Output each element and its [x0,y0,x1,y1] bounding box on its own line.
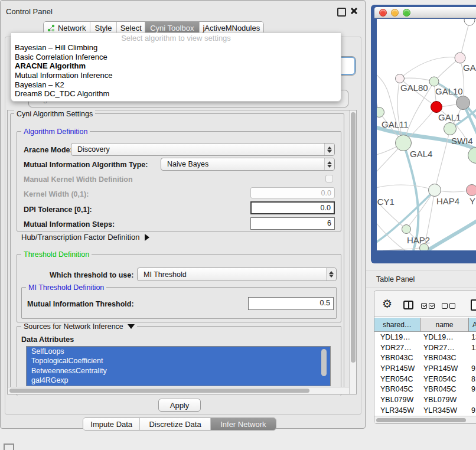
network-edge[interactable] [377,190,406,229]
desktop: Control Panel Network Style Select Cyni … [0,0,476,450]
network-edge[interactable] [460,21,470,58]
minimize-traffic-light-icon[interactable] [391,9,399,17]
network-node[interactable] [444,123,457,135]
dropdown-hint: Select algorithm to view settings [11,33,341,43]
new-table-icon[interactable] [471,299,476,311]
tab-infer-network[interactable]: Infer Network [211,418,276,430]
tab-style[interactable]: Style [90,22,118,34]
select-all-icon[interactable] [421,303,436,309]
network-window-titlebar[interactable] [374,7,476,18]
scrollbar-thumb[interactable] [351,112,356,363]
network-edge[interactable] [400,78,434,81]
network-node[interactable] [377,107,384,118]
dropdown-item[interactable]: Dream8 DC_TDC Algorithm [11,89,341,99]
which-threshold-combobox[interactable]: MI Threshold [137,268,337,281]
table-row[interactable]: YBR045CYBR045C9. [374,384,476,394]
manual-kernel-checkbox[interactable] [325,175,333,182]
node-label: SWI4 [451,136,473,146]
list-item[interactable]: SelfLoops [27,347,330,356]
network-canvas[interactable]: GAL7GAL80GAL10GAL1GAL11SWI4GAL4HAP4YGCY1… [377,19,476,250]
network-node[interactable] [457,96,470,110]
apply-button[interactable]: Apply [158,399,201,412]
dpi-tolerance-field[interactable]: 0.0 [250,201,335,214]
list-item[interactable]: BetweennessCentrality [27,366,330,376]
network-canvas-svg: GAL7GAL80GAL10GAL1GAL11SWI4GAL4HAP4YGCY1… [377,19,476,250]
network-edge[interactable] [428,219,476,250]
node-label: GAL1 [438,112,461,122]
network-edge[interactable] [377,76,379,112]
zoom-traffic-light-icon[interactable] [403,9,410,17]
dropdown-item[interactable]: Mutual Information Inference [11,71,341,80]
dropdown-item[interactable]: Basic Correlation Inference [11,53,341,62]
list-item[interactable]: TopologicalCoefficient [27,356,330,366]
table-row[interactable]: YDR27…YDR27…12 [374,343,476,353]
table-row[interactable]: YDL19…YDL19…13 [374,332,476,343]
dropdown-item[interactable]: Bayesian – Hill Climbing [11,43,341,53]
tab-select[interactable]: Select [117,22,145,34]
network-node[interactable] [468,148,476,164]
aracne-mode-value: Discovery [71,145,324,154]
tab-jactivemnodules[interactable]: jActiveMNodules [200,22,263,34]
network-node[interactable] [464,19,475,25]
close-window-icon[interactable] [350,7,357,15]
deselect-all-icon[interactable] [442,303,457,309]
table-row[interactable]: YLR345WYLR345W9. [374,405,476,416]
dpi-tolerance-label: DPI Tolerance [0,1]: [24,206,92,214]
hub-definition-expander[interactable]: Hub/Transcription Factor Definition [21,233,149,242]
kernel-width-field[interactable]: 0.0 [250,187,335,198]
network-node[interactable] [420,244,429,251]
settings-vertical-scrollbar[interactable] [349,110,356,394]
tab-cyni-toolbox[interactable]: Cyni Toolbox [145,22,200,34]
hub-definition-label: Hub/Transcription Factor Definition [21,233,139,242]
column-header-partial[interactable]: A [469,318,476,331]
table-row[interactable]: YBL079WYBL079W [374,394,476,405]
mi-type-combobox[interactable]: Naive Bayes [161,158,335,171]
scrollbar-thumb[interactable] [9,389,309,393]
gear-icon[interactable]: ⚙ [382,298,392,309]
dropdown-item-selected[interactable]: ARACNE Algorithm [11,61,341,71]
tab-discretize-data[interactable]: Discretize Data [140,418,210,430]
aracne-mode-label: Aracne Mode: [24,146,73,154]
network-node[interactable] [396,74,405,83]
mi-steps-field[interactable]: 6 [250,217,335,230]
node-label: HAP4 [436,196,459,206]
float-window-icon[interactable] [337,8,346,17]
node-label: GCY1 [377,197,395,207]
network-edge[interactable] [406,190,435,229]
table-cell: YBL079W [420,396,469,404]
table-row[interactable]: YER054CYER054C8. [374,374,476,384]
data-attributes-list[interactable]: SelfLoops TopologicalCoefficient Between… [26,346,331,386]
column-header-shared-name[interactable]: shared… [374,318,420,331]
node-label: HAP2 [407,235,430,245]
list-item[interactable]: gal4RGexp [27,376,330,385]
table-cell: YBR043C [374,354,420,362]
dropdown-item[interactable]: Bayesian – K2 [11,80,341,90]
column-header-name[interactable]: name [420,318,469,331]
table-cell: 12 [469,344,476,352]
network-edge[interactable] [400,57,460,79]
tab-impute-data[interactable]: Impute Data [83,418,140,430]
collapsed-panel-icon[interactable] [4,444,14,450]
node-label: GAL7 [463,63,476,73]
network-node[interactable] [467,185,476,196]
network-node[interactable] [402,225,411,234]
table-cell: YER054C [374,375,420,383]
list-scrollbar-thumb[interactable] [321,349,327,376]
network-edge[interactable] [377,185,435,190]
split-view-icon[interactable] [403,301,413,309]
mi-threshold-field[interactable]: 0.5 [248,297,334,310]
network-node[interactable] [431,102,442,113]
tab-network[interactable]: Network [44,22,90,34]
settings-horizontal-scrollbar[interactable] [8,387,349,394]
network-node[interactable] [429,77,439,86]
close-traffic-light-icon[interactable] [379,9,387,17]
aracne-mode-combobox[interactable]: Discovery [71,143,335,156]
table-row[interactable]: YPR145WYPR145W9. [374,363,476,374]
table-row[interactable]: YBR043CYBR043C [374,353,476,363]
network-node[interactable] [429,184,441,197]
scrollbar-thumb[interactable] [376,418,466,422]
network-node[interactable] [396,135,412,151]
network-node[interactable] [455,53,465,63]
window-title: Control Panel [6,7,53,16]
table-horizontal-scrollbar[interactable] [374,416,476,423]
